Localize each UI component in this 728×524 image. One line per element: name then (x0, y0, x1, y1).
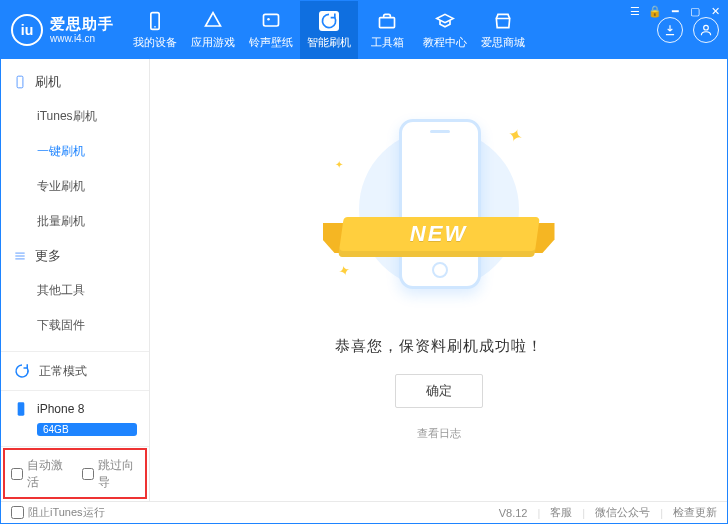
device-panel[interactable]: iPhone 8 64GB (1, 390, 149, 446)
store-icon (493, 11, 513, 31)
checkbox-input[interactable] (82, 468, 94, 480)
svg-rect-7 (18, 402, 25, 415)
svg-rect-6 (17, 76, 23, 88)
sidebar-item-batch-flash[interactable]: 批量刷机 (1, 204, 149, 239)
brand-logo: iu 爱思助手 www.i4.cn (1, 1, 126, 59)
svg-point-5 (704, 25, 709, 30)
ribbon-text: NEW (323, 221, 555, 247)
download-button[interactable] (657, 17, 683, 43)
nav-tutorials[interactable]: 教程中心 (416, 1, 474, 59)
version-label: V8.12 (499, 507, 528, 519)
success-message: 恭喜您，保资料刷机成功啦！ (335, 337, 543, 356)
sidebar-item-itunes-flash[interactable]: iTunes刷机 (1, 99, 149, 134)
menu-lines-icon (13, 249, 27, 263)
maximize-icon[interactable]: ▢ (688, 4, 702, 18)
block-itunes-checkbox[interactable]: 阻止iTunes运行 (11, 505, 105, 520)
sparkle-icon: ✦ (504, 123, 526, 149)
device-mode-label: 正常模式 (39, 363, 87, 380)
nav-label: 应用游戏 (191, 35, 235, 50)
sidebar-item-oneclick-flash[interactable]: 一键刷机 (1, 134, 149, 169)
device-name: iPhone 8 (37, 402, 84, 416)
checkbox-label: 自动激活 (27, 457, 68, 491)
flash-options: 自动激活 跳过向导 (1, 446, 149, 501)
svg-rect-2 (264, 14, 279, 26)
nav-label: 工具箱 (371, 35, 404, 50)
ok-button[interactable]: 确定 (395, 374, 483, 408)
phone-graphic-icon (399, 119, 481, 289)
app-header: iu 爱思助手 www.i4.cn 我的设备 应用游戏 铃声壁纸 (1, 1, 727, 59)
close-icon[interactable]: ✕ (708, 4, 722, 18)
sidebar-item-advanced[interactable]: 高级功能 (1, 343, 149, 351)
sidebar-item-other-tools[interactable]: 其他工具 (1, 273, 149, 308)
menu-icon[interactable]: ☰ (628, 4, 642, 18)
logo-badge-icon: iu (11, 14, 43, 46)
checkbox-input[interactable] (11, 468, 23, 480)
phone-outline-icon (13, 75, 27, 89)
view-log-link[interactable]: 查看日志 (417, 426, 461, 441)
top-nav: 我的设备 应用游戏 铃声壁纸 智能刷机 工具箱 (126, 1, 657, 59)
toolbox-icon (377, 11, 397, 31)
checkbox-input[interactable] (11, 506, 24, 519)
main-panel: ✦ ✦ ✦ NEW 恭喜您，保资料刷机成功啦！ 确定 查看日志 (150, 59, 727, 501)
nav-toolbox[interactable]: 工具箱 (358, 1, 416, 59)
nav-label: 我的设备 (133, 35, 177, 50)
sidebar-group-title: 更多 (35, 247, 61, 265)
sidebar-group-more[interactable]: 更多 (1, 239, 149, 273)
auto-activate-checkbox[interactable]: 自动激活 (11, 457, 68, 491)
skip-wizard-checkbox[interactable]: 跳过向导 (82, 457, 139, 491)
phone-icon (145, 11, 165, 31)
user-button[interactable] (693, 17, 719, 43)
checkbox-label: 跳过向导 (98, 457, 139, 491)
checkbox-label: 阻止iTunes运行 (28, 505, 105, 520)
wechat-link[interactable]: 微信公众号 (595, 505, 650, 520)
rotate-icon (13, 362, 31, 380)
window-controls: ☰ 🔒 ━ ▢ ✕ (628, 4, 722, 18)
sidebar: 刷机 iTunes刷机 一键刷机 专业刷机 批量刷机 更多 其他工具 下载固件 … (1, 59, 150, 501)
sidebar-group-title: 刷机 (35, 73, 61, 91)
phone-filled-icon (13, 401, 29, 417)
svg-point-3 (267, 18, 270, 20)
nav-label: 教程中心 (423, 35, 467, 50)
nav-flash[interactable]: 智能刷机 (300, 1, 358, 59)
apps-icon (203, 11, 223, 31)
minimize-icon[interactable]: ━ (668, 4, 682, 18)
sidebar-item-download-firmware[interactable]: 下载固件 (1, 308, 149, 343)
sparkle-icon: ✦ (337, 262, 353, 281)
device-capacity-badge: 64GB (37, 423, 137, 436)
svg-point-1 (154, 26, 156, 28)
new-ribbon: NEW (323, 207, 555, 261)
refresh-icon (319, 11, 339, 31)
brand-name: 爱思助手 (50, 16, 114, 33)
device-mode[interactable]: 正常模式 (1, 351, 149, 390)
nav-store[interactable]: 爱思商城 (474, 1, 532, 59)
sparkle-icon: ✦ (335, 159, 343, 170)
image-icon (261, 11, 281, 31)
nav-label: 爱思商城 (481, 35, 525, 50)
success-illustration: ✦ ✦ ✦ NEW (329, 119, 549, 319)
status-bar: 阻止iTunes运行 V8.12 | 客服 | 微信公众号 | 检查更新 (1, 501, 727, 523)
nav-ringtones[interactable]: 铃声壁纸 (242, 1, 300, 59)
nav-apps[interactable]: 应用游戏 (184, 1, 242, 59)
sidebar-group-flash[interactable]: 刷机 (1, 65, 149, 99)
nav-devices[interactable]: 我的设备 (126, 1, 184, 59)
svg-rect-4 (380, 17, 395, 27)
nav-label: 智能刷机 (307, 35, 351, 50)
graduation-icon (435, 11, 455, 31)
support-link[interactable]: 客服 (550, 505, 572, 520)
check-update-link[interactable]: 检查更新 (673, 505, 717, 520)
sidebar-item-pro-flash[interactable]: 专业刷机 (1, 169, 149, 204)
brand-url: www.i4.cn (50, 33, 114, 44)
lock-icon[interactable]: 🔒 (648, 4, 662, 18)
nav-label: 铃声壁纸 (249, 35, 293, 50)
